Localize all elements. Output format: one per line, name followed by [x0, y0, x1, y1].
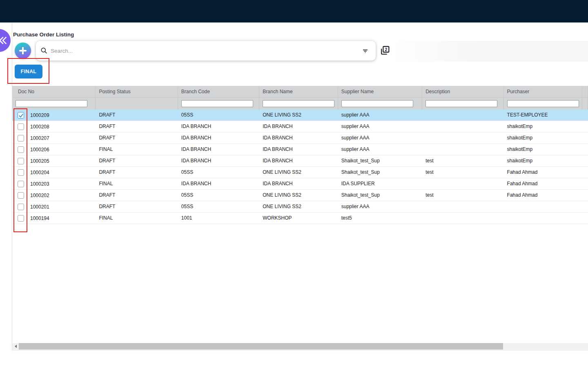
cell-purchaser: shaikotEmp [504, 144, 582, 155]
cell-text: IDA BRANCH [259, 158, 292, 164]
cell-extra [582, 121, 588, 132]
cell-text: DRAFT [96, 192, 115, 198]
cell-posting-status: DRAFT [96, 121, 178, 132]
cell-doc-no: 1000202 [12, 190, 96, 201]
column-header-label: Description [422, 89, 450, 94]
add-button[interactable] [15, 43, 31, 59]
cell-text: ONE LIVING SS2 [259, 204, 301, 209]
row-checkbox[interactable] [18, 169, 24, 176]
table-row[interactable]: 1000205DRAFTIDA BRANCHIDA BRANCHShaikot_… [12, 155, 588, 167]
cell-purchaser: Fahad Ahmad [504, 178, 582, 190]
cell-text: DRAFT [96, 123, 115, 129]
cell-description: test [422, 155, 503, 167]
row-checkbox[interactable] [18, 215, 24, 222]
row-checkbox[interactable] [18, 181, 24, 187]
row-checkbox[interactable] [18, 192, 24, 199]
cell-text: IDA BRANCH [259, 181, 292, 186]
cell-branch-name: IDA BRANCH [259, 178, 338, 190]
row-checkbox[interactable] [18, 158, 24, 164]
cell-supplier-name: test5 [338, 213, 422, 224]
filter-input-doc-no[interactable] [16, 100, 87, 107]
cell-text: Fahad Ahmad [504, 169, 538, 175]
cell-text: supplier AAA [338, 146, 370, 152]
table-row[interactable]: 1000202DRAFT05SSONE LIVING SS2Shaikot_te… [12, 190, 588, 201]
cell-description [422, 213, 503, 224]
scrollbar-thumb[interactable] [19, 343, 503, 350]
column-header-doc-no[interactable]: Doc No [12, 86, 96, 97]
cell-doc-no: 1000201 [12, 201, 96, 213]
cell-extra [582, 110, 588, 121]
filter-input-purchaser[interactable] [507, 100, 579, 107]
row-checkbox[interactable] [18, 204, 24, 210]
column-header-posting-status[interactable]: Posting Status [96, 86, 178, 97]
column-header-label: Purchaser [504, 89, 530, 94]
column-header-label: Posting Status [96, 89, 130, 94]
table-row[interactable]: 1000208DRAFTIDA BRANCHIDA BRANCHsupplier… [12, 121, 588, 132]
cell-branch-name: IDA BRANCH [259, 132, 338, 144]
row-checkbox[interactable] [18, 123, 24, 130]
table-row[interactable]: 1000194FINAL1001WORKSHOPtest5 [12, 213, 588, 224]
table-row[interactable]: 1000207DRAFTIDA BRANCHIDA BRANCHsupplier… [12, 132, 588, 144]
cell-doc-no: 1000204 [12, 167, 96, 178]
cell-purchaser: Fahad Ahmad [504, 190, 582, 201]
filter-input-branch-code[interactable] [181, 100, 253, 107]
cell-posting-status: DRAFT [96, 190, 178, 201]
cell-text: 1000202 [24, 190, 49, 201]
cell-extra [582, 132, 588, 144]
row-checkbox[interactable] [18, 112, 24, 119]
column-header-branch-code[interactable]: Branch Code [178, 86, 259, 97]
cell-posting-status: FINAL [96, 213, 178, 224]
cell-text: TEST-EMPLOYEE [504, 112, 548, 118]
cell-description [422, 144, 503, 155]
page-title: Purchase Order Listing [13, 31, 74, 38]
table-row[interactable]: 1000204DRAFT05SSONE LIVING SS2Shaikot_te… [12, 167, 588, 178]
table-row[interactable]: 1000209DRAFT05SSONE LIVING SS2supplier A… [12, 110, 588, 121]
horizontal-scrollbar[interactable] [12, 343, 588, 350]
cell-text: supplier AAA [338, 123, 370, 129]
cell-text: 1000209 [24, 110, 49, 121]
row-checkbox[interactable] [18, 146, 24, 153]
pages-count-label: 2 [385, 47, 388, 52]
scrollbar-left-button[interactable] [12, 343, 19, 350]
column-header-label: Branch Name [259, 89, 292, 94]
cell-supplier-name: supplier AAA [338, 144, 422, 155]
filter-cell-branch-code [178, 98, 259, 110]
cell-text: shaikotEmp [504, 135, 533, 141]
cell-extra [582, 178, 588, 190]
cell-posting-status: DRAFT [96, 132, 178, 144]
filter-input-description[interactable] [425, 100, 497, 107]
table-row[interactable]: 1000206FINALIDA BRANCHIDA BRANCHsupplier… [12, 144, 588, 155]
cell-text: IDA SUPPLIER [338, 181, 375, 186]
cell-text: shaikotEmp [504, 146, 533, 152]
cell-supplier-name: Shaikot_test_Sup [338, 155, 422, 167]
final-button[interactable]: FINAL [15, 65, 42, 79]
filter-input-supplier-name[interactable] [341, 100, 413, 107]
cell-doc-no: 1000194 [12, 213, 96, 224]
cell-text [422, 135, 425, 141]
cell-text [422, 112, 425, 118]
filter-icon[interactable] [361, 47, 369, 55]
table-row[interactable]: 1000203FINALIDA BRANCHIDA BRANCHIDA SUPP… [12, 178, 588, 190]
cell-branch-code: 05SS [178, 110, 259, 121]
search-input[interactable] [51, 48, 361, 54]
cell-text: test [422, 158, 433, 164]
table-row[interactable]: 1000201DRAFT05SSONE LIVING SS2supplier A… [12, 201, 588, 213]
column-header-branch-name[interactable]: Branch Name [259, 86, 338, 97]
column-header-supplier-name[interactable]: Supplier Name [338, 86, 422, 97]
cell-text: IDA BRANCH [178, 181, 211, 186]
sidebar-collapse-button[interactable] [0, 29, 11, 52]
cell-description [422, 201, 503, 213]
cell-extra [582, 213, 588, 224]
cell-text: IDA BRANCH [178, 123, 211, 129]
cell-text: ONE LIVING SS2 [259, 169, 301, 175]
cell-text [504, 215, 507, 221]
cell-text: DRAFT [96, 112, 115, 118]
column-header-description[interactable]: Description [422, 86, 503, 97]
row-checkbox[interactable] [18, 135, 24, 141]
filter-input-branch-name[interactable] [263, 100, 334, 107]
column-header-purchaser[interactable]: Purchaser [504, 86, 582, 97]
filter-cell-purchaser [504, 98, 582, 110]
cell-text: IDA BRANCH [178, 135, 211, 141]
cell-supplier-name: Shaikot_test_Sup [338, 167, 422, 178]
duplicate-pages-icon[interactable]: 2 [379, 45, 390, 58]
